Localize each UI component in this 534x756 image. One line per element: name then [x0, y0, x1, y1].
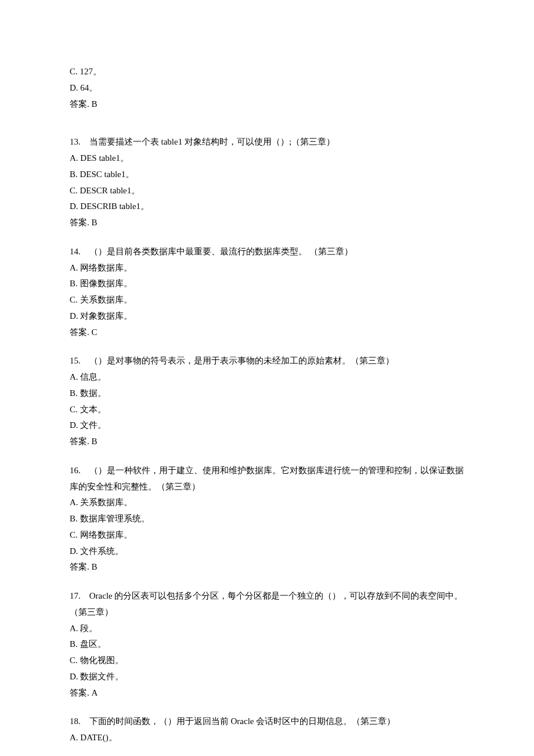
option-b: B. 数据库管理系统。	[70, 511, 464, 527]
option-b: B. DESC table1。	[70, 167, 464, 183]
question-16: 16. （）是一种软件，用于建立、使用和维护数据库。它对数据库进行统一的管理和控…	[70, 463, 464, 575]
answer-line: 答案. C	[70, 325, 464, 341]
option-a: A. 信息。	[70, 369, 464, 386]
question-stem: 13. 当需要描述一个表 table1 对象结构时，可以使用（）;（第三章）	[70, 134, 464, 150]
prelude-line: D. 64。	[70, 80, 464, 96]
question-number: 17.	[70, 591, 81, 600]
page-content: C. 127。 D. 64。 答案. B 13. 当需要描述一个表 table1…	[0, 0, 534, 746]
question-number: 15.	[70, 356, 81, 365]
option-a: A. 网络数据库。	[70, 260, 464, 276]
option-d: D. 对象数据库。	[70, 308, 464, 325]
option-c: C. 网络数据库。	[70, 527, 464, 543]
question-text: （）是一种软件，用于建立、使用和维护数据库。它对数据库进行统一的管理和控制，以保…	[70, 466, 464, 491]
question-stem: 16. （）是一种软件，用于建立、使用和维护数据库。它对数据库进行统一的管理和控…	[70, 463, 464, 495]
answer-line: 答案. B	[70, 215, 464, 231]
question-text: 当需要描述一个表 table1 对象结构时，可以使用（）;（第三章）	[89, 137, 335, 146]
question-number: 13.	[70, 137, 81, 146]
question-17: 17. Oracle 的分区表可以包括多个分区，每个分区都是一个独立的（），可以…	[70, 588, 464, 701]
question-stem: 18. 下面的时间函数，（）用于返回当前 Oracle 会话时区中的日期信息。（…	[70, 714, 464, 730]
option-c: C. 关系数据库。	[70, 292, 464, 308]
prelude-answer: 答案. B	[70, 96, 464, 113]
option-a: A. DATE()。	[70, 730, 464, 746]
question-13: 13. 当需要描述一个表 table1 对象结构时，可以使用（）;（第三章） A…	[70, 134, 464, 231]
question-stem: 17. Oracle 的分区表可以包括多个分区，每个分区都是一个独立的（），可以…	[70, 588, 464, 621]
option-d: D. DESCRIB table1。	[70, 199, 464, 215]
option-b: B. 盘区。	[70, 636, 464, 653]
option-b: B. 图像数据库。	[70, 276, 464, 292]
question-stem: 15. （）是对事物的符号表示，是用于表示事物的未经加工的原始素材。（第三章）	[70, 353, 464, 369]
question-text: （）是目前各类数据库中最重要、最流行的数据库类型。 （第三章）	[89, 247, 353, 256]
answer-line: 答案. B	[70, 559, 464, 575]
prelude-line: C. 127。	[70, 64, 464, 80]
option-a: A. DES table1。	[70, 150, 464, 167]
option-c: C. DESCR table1。	[70, 183, 464, 199]
answer-line: 答案. A	[70, 685, 464, 701]
question-stem: 14. （）是目前各类数据库中最重要、最流行的数据库类型。 （第三章）	[70, 244, 464, 260]
option-c: C. 物化视图。	[70, 653, 464, 669]
question-15: 15. （）是对事物的符号表示，是用于表示事物的未经加工的原始素材。（第三章） …	[70, 353, 464, 450]
option-a: A. 段。	[70, 621, 464, 637]
prelude-block: C. 127。 D. 64。 答案. B	[70, 64, 464, 112]
option-d: D. 文件。	[70, 417, 464, 434]
question-number: 18.	[70, 717, 81, 726]
option-d: D. 数据文件。	[70, 669, 464, 685]
question-number: 14.	[70, 247, 81, 256]
option-b: B. 数据。	[70, 386, 464, 402]
question-text: 下面的时间函数，（）用于返回当前 Oracle 会话时区中的日期信息。（第三章）	[89, 717, 395, 726]
option-c: C. 文本。	[70, 402, 464, 418]
option-d: D. 文件系统。	[70, 543, 464, 560]
question-18: 18. 下面的时间函数，（）用于返回当前 Oracle 会话时区中的日期信息。（…	[70, 714, 464, 746]
answer-line: 答案. B	[70, 434, 464, 450]
question-text: Oracle 的分区表可以包括多个分区，每个分区都是一个独立的（），可以存放到不…	[70, 591, 463, 617]
question-number: 16.	[70, 466, 81, 475]
question-14: 14. （）是目前各类数据库中最重要、最流行的数据库类型。 （第三章） A. 网…	[70, 244, 464, 341]
question-text: （）是对事物的符号表示，是用于表示事物的未经加工的原始素材。（第三章）	[89, 356, 394, 365]
option-a: A. 关系数据库。	[70, 495, 464, 511]
